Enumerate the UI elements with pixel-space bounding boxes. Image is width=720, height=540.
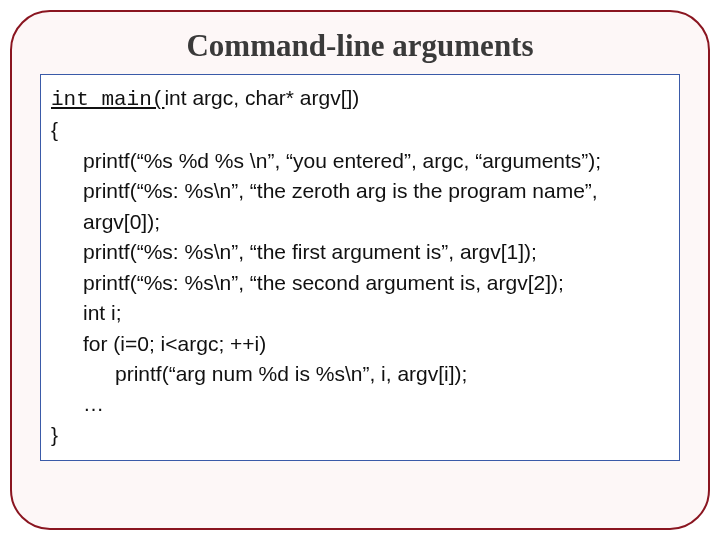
code-line: printf(“%s: %s\n”, “the first argument i… <box>51 237 669 267</box>
code-line: printf(“arg num %d is %s\n”, i, argv[i])… <box>51 359 669 389</box>
code-line: printf(“%s: %s\n”, “the second argument … <box>51 268 669 298</box>
code-line: argv[0]); <box>51 207 669 237</box>
code-line: printf(“%s %d %s \n”, “you entered”, arg… <box>51 146 669 176</box>
sig-keyword: int main( <box>51 88 164 111</box>
code-signature: int main(int argc, char* argv[]) <box>51 83 669 115</box>
sig-params: int argc, char* argv[]) <box>164 86 359 109</box>
close-brace: } <box>51 420 669 450</box>
code-box: int main(int argc, char* argv[]) { print… <box>40 74 680 461</box>
code-line: printf(“%s: %s\n”, “the zeroth arg is th… <box>51 176 669 206</box>
code-line: int i; <box>51 298 669 328</box>
slide-frame: Command-line arguments int main(int argc… <box>10 10 710 530</box>
slide-title: Command-line arguments <box>40 28 680 64</box>
open-brace: { <box>51 115 669 145</box>
code-line: … <box>51 389 669 419</box>
code-line: for (i=0; i<argc; ++i) <box>51 329 669 359</box>
